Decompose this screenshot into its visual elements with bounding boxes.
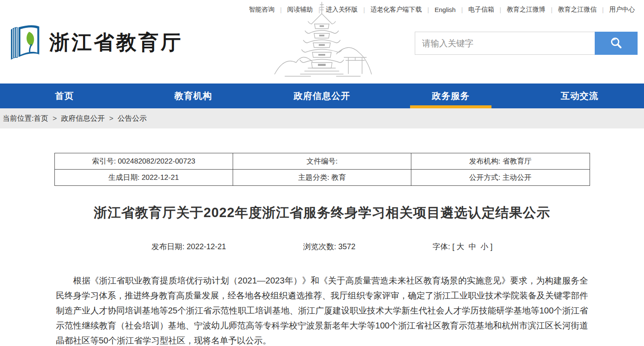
topbar-link-email[interactable]: 电子信箱 — [463, 6, 500, 14]
article-title: 浙江省教育厅关于2022年度浙江省服务终身学习相关项目遴选认定结果公示 — [54, 204, 590, 222]
font-size-label: 字体: [ — [433, 242, 455, 251]
breadcrumb-prefix: 当前位置: — [3, 113, 34, 123]
site-header: 智能咨询 | 阅读辅助 | 进入关怀版 | 适老化客户端下载 | English… — [0, 0, 644, 84]
meta-cell-doc-number: 文件编号: — [233, 153, 411, 170]
breadcrumb-link-home[interactable]: 首页 — [34, 113, 48, 123]
logo-book-leaf-icon — [6, 24, 44, 61]
meta-cell-publicity-method: 公开方式: 主动公开 — [411, 170, 590, 186]
article-paragraph: 根据《浙江省职业教育提质培优行动计划（2021—2023年）》和《关于高质量营造… — [54, 273, 590, 346]
nav-item-label: 教育机构 — [174, 90, 212, 102]
meta-cell-publisher: 发布机构: 省教育厅 — [411, 153, 590, 170]
topbar-link-care-mode[interactable]: 进入关怀版 — [320, 6, 363, 14]
topbar-link-smart-consult[interactable]: 智能咨询 — [243, 6, 280, 14]
table-row: 生成日期: 2022-12-21 主题分类: 教育 公开方式: 主动公开 — [54, 170, 590, 186]
search-bar — [415, 32, 638, 55]
active-tab-indicator — [410, 105, 491, 108]
nav-item-interaction[interactable]: 互动交流 — [515, 84, 644, 108]
breadcrumb: 当前位置: 首页 > 政府信息公开 > 公告公示 — [0, 108, 644, 128]
meta-cell-create-date: 生成日期: 2022-12-21 — [54, 170, 233, 186]
font-size-control: 字体: [大中小] — [433, 242, 493, 252]
article-content: 索引号: 002482082/2022-00723 文件编号: 发布机构: 省教… — [54, 153, 590, 346]
search-button[interactable] — [595, 32, 638, 55]
breadcrumb-separator: > — [109, 114, 114, 123]
meta-cell-topic-category: 主题分类: 教育 — [233, 170, 411, 186]
document-meta-table: 索引号: 002482082/2022-00723 文件编号: 发布机构: 省教… — [54, 153, 590, 186]
article-meta-row: 发布日期: 2022-12-21 浏览次数: 3572 字体: [大中小] — [54, 242, 590, 252]
table-row: 索引号: 002482082/2022-00723 文件编号: 发布机构: 省教… — [54, 153, 590, 170]
nav-item-label: 政务服务 — [432, 90, 470, 102]
search-icon — [609, 36, 623, 50]
topbar-link-reading-assist[interactable]: 阅读辅助 — [282, 6, 318, 14]
font-size-bracket-close: ] — [491, 242, 493, 251]
topbar-link-elder-client-download[interactable]: 适老化客户端下载 — [365, 6, 428, 14]
nav-item-institutions[interactable]: 教育机构 — [129, 84, 258, 108]
topbar-link-english[interactable]: English — [429, 6, 461, 13]
topbar-link-wechat[interactable]: 教育之江微信 — [552, 6, 602, 14]
font-size-large[interactable]: 大 — [457, 242, 464, 251]
topbar-link-user-center[interactable]: 用户中心 — [604, 6, 641, 14]
font-size-small[interactable]: 小 — [481, 242, 488, 251]
nav-item-government-services[interactable]: 政务服务 — [386, 84, 515, 108]
nav-item-label: 互动交流 — [561, 90, 599, 102]
nav-item-label: 首页 — [55, 90, 74, 102]
breadcrumb-separator: > — [53, 114, 57, 123]
search-input[interactable] — [415, 32, 595, 55]
nav-item-info-disclosure[interactable]: 政府信息公开 — [258, 84, 386, 108]
topbar: 智能咨询 | 阅读辅助 | 进入关怀版 | 适老化客户端下载 | English… — [243, 6, 641, 14]
meta-cell-index-number: 索引号: 002482082/2022-00723 — [54, 153, 233, 170]
breadcrumb-link-announcements[interactable]: 公告公示 — [118, 113, 147, 123]
font-size-medium[interactable]: 中 — [469, 242, 476, 251]
site-logo[interactable]: 浙江省教育厅 — [6, 24, 183, 61]
breadcrumb-link-info-disclosure[interactable]: 政府信息公开 — [61, 113, 105, 123]
topbar-link-weibo[interactable]: 教育之江微博 — [501, 6, 551, 14]
publish-date: 发布日期: 2022-12-21 — [151, 242, 226, 252]
nav-item-home[interactable]: 首页 — [0, 84, 129, 108]
main-nav: 首页 教育机构 政府信息公开 政务服务 互动交流 — [0, 84, 644, 108]
site-name: 浙江省教育厅 — [49, 29, 183, 56]
nav-item-label: 政府信息公开 — [294, 90, 350, 102]
view-count: 浏览次数: 3572 — [303, 242, 356, 252]
